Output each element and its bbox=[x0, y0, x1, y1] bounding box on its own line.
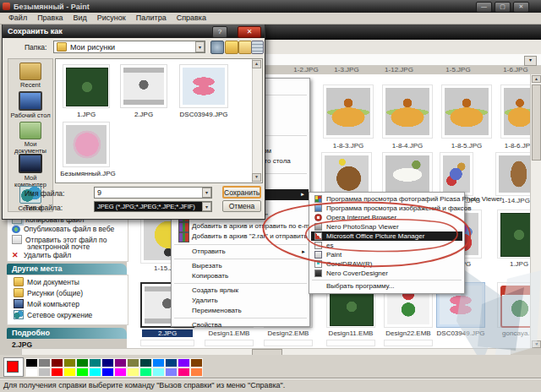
file-label[interactable]: Design11.EMB bbox=[325, 329, 377, 337]
thumbnail[interactable] bbox=[63, 64, 110, 108]
menu-item-picasa[interactable]: Программа просмотра фотографий Picasa Ph… bbox=[311, 194, 462, 204]
thumbnail[interactable] bbox=[382, 152, 433, 196]
task-email-file-line2[interactable]: электронной почте bbox=[27, 242, 90, 251]
palette-swatch[interactable] bbox=[76, 368, 89, 377]
menu-item-delete[interactable]: Удалить bbox=[192, 296, 218, 305]
menu-item-cut[interactable]: Вырезать bbox=[192, 261, 222, 270]
new-folder-icon[interactable] bbox=[238, 41, 252, 54]
close-button[interactable]: ✕ bbox=[238, 26, 261, 38]
minimize-button[interactable]: — bbox=[476, 2, 492, 13]
help-button[interactable]: ? bbox=[212, 26, 227, 38]
scroll-up-icon[interactable]: ▲ bbox=[532, 75, 541, 83]
palette-swatch[interactable] bbox=[165, 358, 178, 368]
filename-input[interactable]: 9 bbox=[94, 187, 212, 199]
palette-swatch[interactable] bbox=[139, 358, 152, 368]
chevron-down-icon[interactable]: ▾ bbox=[202, 188, 211, 198]
menu-item-nero-coverdesigner[interactable]: Nero CoverDesigner bbox=[311, 269, 462, 278]
file-label[interactable]: 1-8-3.JPG bbox=[323, 142, 374, 150]
menu-item-es[interactable]: es bbox=[311, 241, 462, 250]
menu-item-coreldraw[interactable]: CorelDRAW(R) bbox=[311, 259, 462, 269]
filetype-combobox[interactable]: JPEG (*.JPG;*.JPEG;*.JPE;*.JFIF) bbox=[94, 201, 212, 212]
place-network[interactable]: Сетевое окружение bbox=[14, 310, 92, 319]
menu-file[interactable]: Файл bbox=[3, 13, 32, 24]
menu-palette[interactable]: Палитра bbox=[131, 13, 172, 24]
up-folder-icon[interactable] bbox=[225, 41, 238, 54]
menu-item-create-shortcut[interactable]: Создать ярлык bbox=[192, 286, 238, 295]
menu-item-choose-program[interactable]: Выбрать программу... bbox=[311, 281, 462, 291]
file-label[interactable]: Design22.EMB bbox=[382, 329, 434, 337]
menu-item-send-to[interactable]: Отправить bbox=[192, 247, 226, 256]
task-publish-file[interactable]: Опубликовать файл в вебе bbox=[12, 225, 114, 233]
place-recent[interactable]: Recent bbox=[8, 63, 52, 89]
menu-image[interactable]: Рисунок bbox=[92, 13, 131, 24]
place-my-documents[interactable]: Мои документы bbox=[8, 122, 52, 155]
maximize-button[interactable]: ▢ bbox=[495, 2, 511, 13]
paint-titlebar[interactable]: Безымянный - Paint bbox=[0, 0, 541, 13]
palette-swatch[interactable] bbox=[165, 368, 178, 377]
menu-item-properties[interactable]: Свойства bbox=[192, 320, 221, 329]
back-icon[interactable] bbox=[210, 41, 224, 54]
palette-swatch[interactable] bbox=[139, 368, 152, 377]
menu-view[interactable]: Вид bbox=[68, 13, 92, 24]
menu-item-image-fax-viewer[interactable]: Программа просмотра изображений и факсов bbox=[311, 204, 462, 213]
other-places-header[interactable]: Другие места bbox=[7, 264, 127, 275]
palette-swatch[interactable] bbox=[51, 368, 63, 377]
vertical-scrollbar-thumb[interactable] bbox=[532, 84, 541, 161]
file-label[interactable]: 1-5.JPG bbox=[433, 66, 484, 74]
file-label[interactable]: Design1.EMB bbox=[203, 329, 255, 337]
menu-item-ms-picture-manager[interactable]: Microsoft Office Picture Manager bbox=[311, 231, 462, 241]
thumbnail[interactable] bbox=[440, 152, 473, 196]
file-label[interactable]: 1-6.JPG bbox=[490, 66, 541, 74]
views-icon[interactable] bbox=[251, 41, 264, 54]
chevron-down-icon[interactable]: ▾ bbox=[524, 56, 537, 66]
menu-item-rename[interactable]: Переименовать bbox=[192, 306, 242, 315]
palette-swatch[interactable] bbox=[178, 358, 190, 368]
palette-swatch[interactable] bbox=[127, 358, 139, 368]
details-header[interactable]: Подробно bbox=[7, 328, 127, 339]
menu-edit[interactable]: Правка bbox=[32, 13, 68, 24]
palette-swatch[interactable] bbox=[114, 368, 127, 377]
palette-swatch[interactable] bbox=[25, 358, 38, 368]
scroll-down-icon[interactable]: ▼ bbox=[252, 173, 261, 182]
thumbnail[interactable] bbox=[179, 64, 228, 108]
file-list-scrollbar[interactable] bbox=[252, 59, 262, 182]
thumbnail[interactable] bbox=[323, 84, 374, 139]
palette-swatch[interactable] bbox=[89, 358, 101, 368]
menu-item-copy[interactable]: Копировать bbox=[192, 271, 228, 280]
file-label[interactable]: DSC03949.JPG bbox=[174, 111, 233, 118]
task-delete-file[interactable]: ✕Удалить файл bbox=[12, 251, 71, 259]
close-button[interactable]: ✕ bbox=[513, 2, 529, 13]
thumbnail[interactable] bbox=[382, 84, 433, 139]
file-label[interactable]: 2.JPG bbox=[120, 111, 167, 118]
menu-help[interactable]: Справка bbox=[172, 13, 211, 24]
place-shared-pictures[interactable]: Рисунки (общие) bbox=[14, 288, 83, 297]
menu-item-nero-photosnap[interactable]: Nero PhotoSnap Viewer bbox=[311, 222, 462, 231]
palette-swatch[interactable] bbox=[152, 358, 165, 368]
place-my-documents[interactable]: Мои документы bbox=[14, 277, 79, 286]
cancel-button[interactable]: Отмена bbox=[222, 200, 261, 212]
file-label[interactable]: 1-8-5.JPG bbox=[441, 142, 492, 150]
palette-swatch[interactable] bbox=[101, 368, 114, 377]
palette-swatch[interactable] bbox=[38, 358, 51, 368]
folder-combobox[interactable]: Мои рисунки bbox=[53, 41, 205, 53]
palette-swatch[interactable] bbox=[63, 358, 76, 368]
save-button[interactable]: Сохранить bbox=[222, 186, 261, 199]
palette-swatch[interactable] bbox=[101, 358, 114, 368]
file-label-selected[interactable]: 2.JPG bbox=[142, 329, 193, 337]
place-my-computer[interactable]: Мой компьютер bbox=[8, 154, 52, 188]
palette-swatch[interactable] bbox=[89, 368, 101, 377]
file-label[interactable]: Безымянный.JPG bbox=[56, 170, 120, 177]
file-label[interactable]: Design2.EMB bbox=[262, 329, 314, 337]
file-label[interactable]: 1.JPG bbox=[63, 111, 110, 118]
thumbnail[interactable] bbox=[120, 64, 167, 108]
palette-swatch[interactable] bbox=[63, 368, 76, 377]
thumbnail[interactable] bbox=[321, 152, 372, 196]
palette-swatch[interactable] bbox=[178, 368, 190, 377]
scroll-up-icon[interactable]: ▲ bbox=[252, 60, 261, 68]
palette-swatch[interactable] bbox=[114, 358, 127, 368]
thumbnail[interactable] bbox=[441, 84, 492, 139]
place-desktop[interactable]: Рабочий стол bbox=[8, 91, 52, 119]
palette-swatch[interactable] bbox=[152, 368, 165, 377]
palette-swatch[interactable] bbox=[38, 368, 51, 377]
file-label[interactable]: 1-3.JPG bbox=[321, 66, 372, 74]
